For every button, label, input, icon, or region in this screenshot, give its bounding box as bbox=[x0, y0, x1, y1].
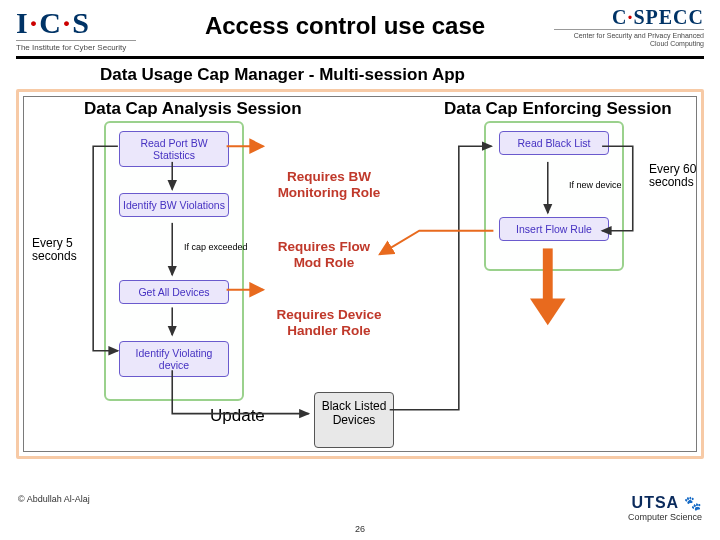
label-update: Update bbox=[210, 407, 265, 426]
slide-title: Access control use case bbox=[136, 6, 554, 40]
ics-logo: I·C·S The Institute for Cyber Security bbox=[16, 6, 136, 52]
step-identify-bw-violations: Identify BW Violations bbox=[119, 193, 229, 217]
label-requires-bw-monitoring: Requires BW Monitoring Role bbox=[274, 169, 384, 201]
step-get-all-devices: Get All Devices bbox=[119, 280, 229, 304]
page-number: 26 bbox=[0, 524, 720, 534]
step-read-black-list: Read Black List bbox=[499, 131, 609, 155]
step-read-port-bw: Read Port BW Statistics bbox=[119, 131, 229, 167]
label-requires-flow-mod: Requires Flow Mod Role bbox=[274, 239, 374, 271]
slide-subtitle: Data Usage Cap Manager - Multi-session A… bbox=[100, 65, 720, 85]
diagram-border-outer: Data Cap Analysis Session Data Cap Enfor… bbox=[16, 89, 704, 459]
blacklist-devices-box: Black Listed Devices bbox=[314, 392, 394, 448]
utsa-logo: UTSA 🐾 Computer Science bbox=[628, 494, 702, 522]
utsa-subtitle: Computer Science bbox=[628, 512, 702, 522]
diagram-canvas: Data Cap Analysis Session Data Cap Enfor… bbox=[23, 96, 697, 452]
label-every-60-seconds: Every 60 seconds bbox=[649, 163, 709, 189]
step-insert-flow-rule: Insert Flow Rule bbox=[499, 217, 609, 241]
title-divider bbox=[16, 56, 704, 59]
label-if-cap-exceeded: If cap exceeded bbox=[184, 243, 248, 253]
step-identify-violating-device: Identify Violating device bbox=[119, 341, 229, 377]
label-every-5-seconds: Every 5 seconds bbox=[32, 237, 92, 263]
label-if-new-device: If new device bbox=[569, 181, 622, 191]
analysis-session-title: Data Cap Analysis Session bbox=[84, 99, 302, 119]
cspecc-logo: C·SPECC Center for Security and Privacy … bbox=[554, 6, 704, 47]
copyright-text: © Abdullah Al-Alaj bbox=[18, 494, 90, 504]
ics-logo-subtitle: The Institute for Cyber Security bbox=[16, 40, 136, 52]
label-requires-device-handler: Requires Device Handler Role bbox=[274, 307, 384, 339]
cspecc-logo-subtitle: Center for Security and Privacy Enhanced… bbox=[554, 29, 704, 47]
enforce-session-title: Data Cap Enforcing Session bbox=[444, 99, 672, 119]
